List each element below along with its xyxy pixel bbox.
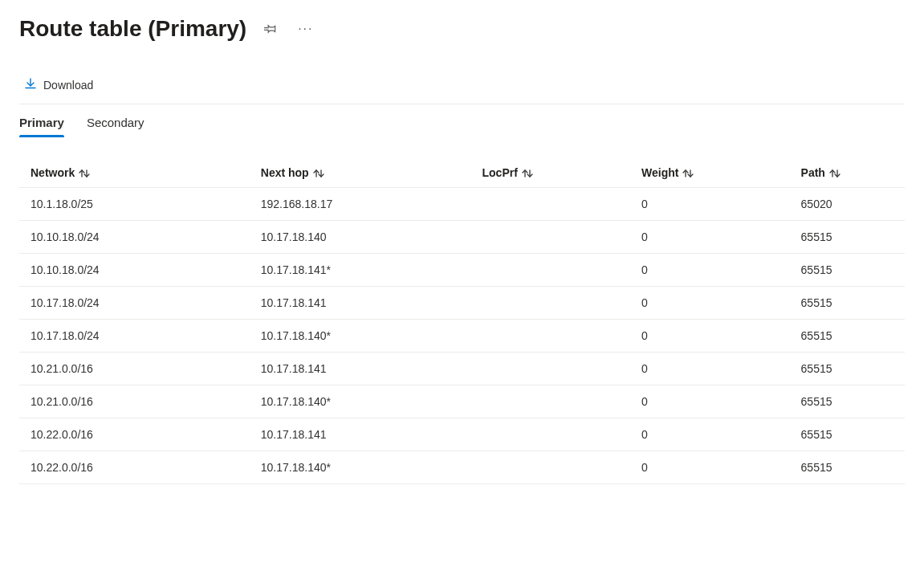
cell-loc-prf <box>471 320 631 353</box>
cell-weight: 0 <box>630 353 790 385</box>
cell-network: 10.22.0.0/16 <box>19 451 250 484</box>
download-icon <box>24 77 37 92</box>
pin-button[interactable] <box>261 19 280 39</box>
cell-loc-prf <box>471 385 631 418</box>
tab-label: Primary <box>19 116 64 129</box>
table-row: 10.17.18.0/2410.17.18.141065515 <box>19 287 905 320</box>
table-row: 10.22.0.0/1610.17.18.140*065515 <box>19 451 905 484</box>
cell-loc-prf <box>471 287 631 320</box>
column-header-weight[interactable]: Weight <box>630 158 790 188</box>
cell-next-hop: 10.17.18.141 <box>250 418 471 451</box>
pin-icon <box>264 22 277 35</box>
more-actions-button[interactable]: ··· <box>295 19 316 39</box>
cell-next-hop: 192.168.18.17 <box>250 188 471 221</box>
table-row: 10.21.0.0/1610.17.18.141065515 <box>19 353 905 385</box>
cell-weight: 0 <box>630 418 790 451</box>
cell-loc-prf <box>471 418 631 451</box>
cell-path: 65515 <box>790 353 905 385</box>
column-header-path[interactable]: Path <box>790 158 905 188</box>
cell-path: 65515 <box>790 254 905 287</box>
cell-path: 65515 <box>790 287 905 320</box>
table-row: 10.1.18.0/25192.168.18.17065020 <box>19 188 905 221</box>
route-table: NetworkNext hopLocPrfWeightPath 10.1.18.… <box>19 158 905 484</box>
cell-network: 10.1.18.0/25 <box>19 188 250 221</box>
download-button[interactable]: Download <box>19 74 98 96</box>
cell-weight: 0 <box>630 320 790 353</box>
cell-next-hop: 10.17.18.141 <box>250 287 471 320</box>
cell-weight: 0 <box>630 451 790 484</box>
cell-next-hop: 10.17.18.140* <box>250 385 471 418</box>
column-header-next-hop[interactable]: Next hop <box>250 158 471 188</box>
cell-next-hop: 10.17.18.141 <box>250 353 471 385</box>
table-row: 10.21.0.0/1610.17.18.140*065515 <box>19 385 905 418</box>
cell-loc-prf <box>471 451 631 484</box>
table-row: 10.22.0.0/1610.17.18.141065515 <box>19 418 905 451</box>
tab-strip: PrimarySecondary <box>19 104 905 136</box>
cell-network: 10.10.18.0/24 <box>19 221 250 254</box>
sort-icon <box>828 168 841 179</box>
cell-next-hop: 10.17.18.140* <box>250 320 471 353</box>
sort-icon <box>682 168 694 179</box>
column-header-label: Next hop <box>261 166 309 179</box>
sort-icon <box>78 168 91 179</box>
cell-next-hop: 10.17.18.141* <box>250 254 471 287</box>
sort-icon <box>521 168 534 179</box>
tab-secondary[interactable]: Secondary <box>87 112 145 136</box>
cell-path: 65515 <box>790 451 905 484</box>
cell-network: 10.21.0.0/16 <box>19 385 250 418</box>
cell-next-hop: 10.17.18.140* <box>250 451 471 484</box>
tab-primary[interactable]: Primary <box>19 112 64 136</box>
cell-network: 10.17.18.0/24 <box>19 320 250 353</box>
column-header-label: Path <box>801 166 825 179</box>
cell-network: 10.10.18.0/24 <box>19 254 250 287</box>
cell-weight: 0 <box>630 287 790 320</box>
cell-weight: 0 <box>630 254 790 287</box>
cell-path: 65020 <box>790 188 905 221</box>
cell-loc-prf <box>471 221 631 254</box>
download-label: Download <box>43 79 93 92</box>
column-header-label: Network <box>31 166 75 179</box>
cell-loc-prf <box>471 188 631 221</box>
cell-loc-prf <box>471 353 631 385</box>
cell-network: 10.22.0.0/16 <box>19 418 250 451</box>
cell-weight: 0 <box>630 221 790 254</box>
cell-weight: 0 <box>630 385 790 418</box>
tab-label: Secondary <box>87 116 145 129</box>
cell-weight: 0 <box>630 188 790 221</box>
more-icon: ··· <box>298 22 313 35</box>
table-row: 10.10.18.0/2410.17.18.141*065515 <box>19 254 905 287</box>
cell-network: 10.21.0.0/16 <box>19 353 250 385</box>
cell-network: 10.17.18.0/24 <box>19 287 250 320</box>
cell-path: 65515 <box>790 320 905 353</box>
page-title: Route table (Primary) <box>19 16 246 42</box>
cell-path: 65515 <box>790 385 905 418</box>
cell-loc-prf <box>471 254 631 287</box>
table-row: 10.10.18.0/2410.17.18.140065515 <box>19 221 905 254</box>
cell-path: 65515 <box>790 221 905 254</box>
column-header-loc-prf[interactable]: LocPrf <box>471 158 631 188</box>
cell-next-hop: 10.17.18.140 <box>250 221 471 254</box>
column-header-label: Weight <box>641 166 678 179</box>
table-row: 10.17.18.0/2410.17.18.140*065515 <box>19 320 905 353</box>
column-header-label: LocPrf <box>482 166 518 179</box>
cell-path: 65515 <box>790 418 905 451</box>
sort-icon <box>312 168 325 179</box>
column-header-network[interactable]: Network <box>19 158 250 188</box>
